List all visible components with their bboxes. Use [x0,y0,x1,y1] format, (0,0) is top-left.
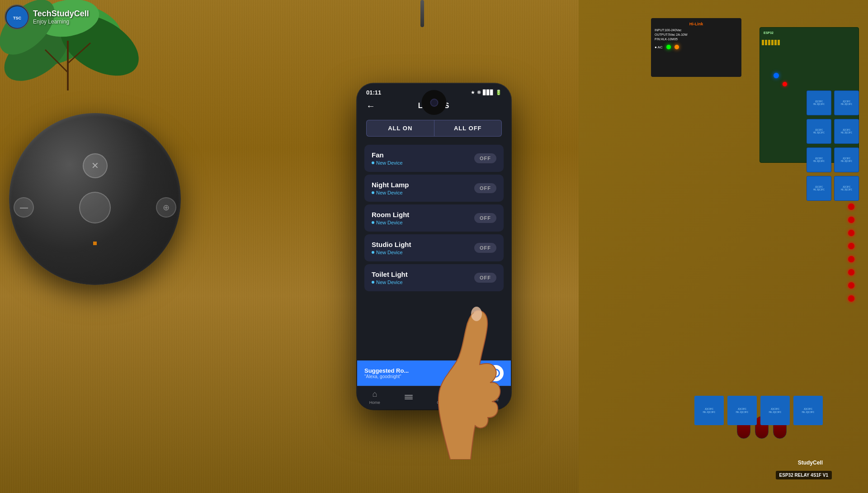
relay-module-3: JQC3FC HE JQC3FC [807,119,831,144]
nav-communication[interactable]: ◻ Communication [437,389,465,405]
bottom-navigation: ⌂ Home ◻ Communication [357,386,511,409]
device-item-room-light[interactable]: Room Light New Device OFF [364,204,504,232]
relay-row-3: JQC3FC HE JQC3FC JQC3FC HE JQC3FC [807,147,859,172]
toilet-light-toggle[interactable]: OFF [474,273,496,283]
bottom-relay-1: JQC3FCHE JQC3FC [694,396,724,425]
power-brand: Hi-Link [655,22,738,26]
red-led-2 [848,217,854,223]
alexa-button[interactable] [487,365,504,381]
red-led-4 [848,243,854,249]
studio-light-toggle[interactable]: OFF [474,243,496,253]
device-item-fan[interactable]: Fan New Device OFF [364,145,504,172]
echo-mute-button: ✕ [83,153,108,178]
red-led-6 [848,269,854,275]
board-red-led [783,82,787,86]
led-green-indicator [666,45,671,49]
power-leds: ● AC [655,45,738,49]
all-on-button[interactable]: ALL ON [366,120,434,137]
echo-plus-button: ⊕ [156,197,176,218]
room-light-toggle[interactable]: OFF [474,213,496,223]
alexa-ring-icon [491,369,500,378]
gpio-pin [771,40,774,45]
esp32-label: ESP32 [760,28,859,38]
battery-icon: 🔋 [495,90,502,95]
red-led-5 [848,256,854,262]
channel-tagline: Enjoy Learning [33,19,89,25]
nav-more[interactable]: More [490,392,499,402]
relay-row-1: JQC3FC HE JQC3FC JQC3FC HE JQC3FC [807,90,859,115]
relay-section: JQC3FC HE JQC3FC JQC3FC HE JQC3FC JQC3FC… [807,90,859,201]
bottom-relay-2: JQC3FCHE JQC3FC [727,396,757,425]
back-button[interactable]: ← [366,101,375,111]
echo-dot-device: ✕ ⊕ [9,113,181,285]
echo-minus-button [14,197,34,218]
menu-lines-icon [405,395,413,399]
channel-info: TechStudyCell Enjoy Learning [33,9,89,25]
red-led-8 [848,295,854,302]
device-list: Fan New Device OFF Night Lamp N [357,141,511,360]
relay-module-6: JQC3FC HE JQC3FC [834,147,859,172]
usb-cable [420,0,424,27]
nav-more-label: More [490,398,499,402]
all-off-button[interactable]: ALL OFF [434,120,502,137]
bottom-relay-4: JQC3FCHE JQC3FC [793,396,823,425]
gpio-pin [765,40,767,45]
gpio-pin [768,40,770,45]
suggested-bar[interactable]: Suggested Ro... "Alexa, goodnight" [357,360,511,386]
relay-module-5: JQC3FC HE JQC3FC [807,147,831,172]
device-fan-info: Fan New Device [372,151,403,166]
device-room-light-sub: New Device [372,220,409,225]
more-lines-icon [490,392,498,396]
device-room-light-info: Room Light New Device [372,211,409,225]
channel-badge: TSC TechStudyCell Enjoy Learning [5,5,89,29]
device-night-lamp-dot [372,191,374,194]
signal-icon: ▊▊▊ [483,90,494,95]
device-night-lamp-name: Night Lamp [372,181,409,189]
relay-module-4: JQC3FC HE JQC3FC [834,119,859,144]
channel-name: TechStudyCell [33,9,89,19]
red-leds [848,204,854,302]
gpio-pins [760,38,859,47]
relay-module-7: JQC3FC HE JQC3FC [807,176,831,201]
studycell-watermark: StudyCell [798,460,823,466]
echo-dot-body: ✕ ⊕ [9,113,181,285]
night-lamp-toggle[interactable]: OFF [474,183,496,193]
device-studio-light-dot [372,251,374,254]
device-item-night-lamp[interactable]: Night Lamp New Device OFF [364,175,504,202]
nav-home[interactable]: ⌂ Home [369,389,380,405]
wifi-icon: ❋ [477,90,481,95]
gpio-pin [774,40,777,45]
channel-avatar: TSC [5,5,29,29]
power-specs: INPUT:100-240Vac OUTPUT:5Vac 2A-10W P/N:… [655,28,738,41]
device-toilet-light-info: Toilet Light New Device [372,270,408,285]
suggested-sub: "Alexa, goodnight" [364,374,409,379]
device-room-light-name: Room Light [372,211,409,218]
comm-icon: ◻ [448,389,454,399]
device-fan-sub: New Device [372,160,403,166]
red-led-3 [848,230,854,236]
ac-label-1: ● AC [655,45,663,49]
relay-row-2: JQC3FC HE JQC3FC JQC3FC HE JQC3FC [807,119,859,144]
echo-status-led [93,242,97,245]
nav-comm-label: Communication [437,400,465,405]
home-icon: ⌂ [372,389,377,399]
power-supply-module: Hi-Link INPUT:100-240Vac OUTPUT:5Vac 2A-… [651,18,741,77]
phone-container: 01:11 ★ ❋ ▊▊▊ 🔋 ← LIGHTS ALL ON ALL OFF [357,84,511,409]
svg-text:TSC: TSC [13,16,22,20]
bluetooth-icon: ★ [471,90,475,95]
suggested-label: Suggested Ro... [364,367,409,374]
relay-module-1: JQC3FC HE JQC3FC [807,90,831,115]
all-buttons-row: ALL ON ALL OFF [357,115,511,141]
device-studio-light-name: Studio Light [372,241,411,248]
echo-volume-row: ⊕ [14,192,176,223]
nav-home-label: Home [369,400,380,405]
fan-toggle[interactable]: OFF [474,153,496,163]
device-night-lamp-sub: New Device [372,190,409,195]
device-item-toilet-light[interactable]: Toilet Light New Device OFF [364,264,504,291]
device-fan-name: Fan [372,151,403,159]
device-toilet-light-sub: New Device [372,280,408,285]
echo-action-button [79,192,111,223]
suggested-content: Suggested Ro... "Alexa, goodnight" [364,367,409,379]
gpio-pin [778,40,780,45]
device-item-studio-light[interactable]: Studio Light New Device OFF [364,234,504,261]
